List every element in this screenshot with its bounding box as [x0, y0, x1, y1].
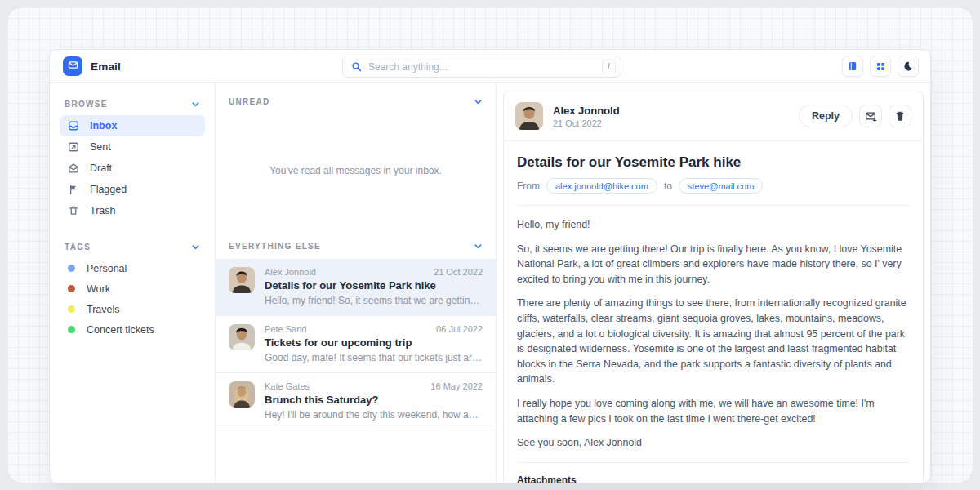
sidebar-item-flagged[interactable]: Flagged — [60, 179, 205, 200]
mail-list-item-yosemite[interactable]: Alex Jonnold 21 Oct 2022 Details for our… — [216, 259, 496, 316]
browse-section-title: BROWSE — [65, 100, 108, 109]
email-detail-header: Alex Jonnold 21 Oct 2022 Reply — [504, 91, 923, 141]
sidebar-item-sent[interactable]: Sent — [60, 136, 205, 158]
envelope-logo-icon — [67, 59, 79, 74]
sidebar-item-label: Inbox — [90, 120, 117, 131]
apps-button[interactable] — [870, 56, 891, 77]
avatar — [515, 102, 543, 130]
addressbook-button[interactable] — [842, 56, 863, 77]
tag-label: Travels — [87, 304, 120, 315]
search-input[interactable] — [368, 61, 602, 73]
chevron-down-icon[interactable] — [474, 242, 483, 251]
unread-empty-message: You've read all messages in your inbox. — [216, 111, 496, 230]
from-label: From — [517, 180, 540, 192]
delete-email-button[interactable] — [889, 105, 911, 127]
app-body: BROWSE Inbox — [50, 83, 930, 483]
mail-item-content: Alex Jonnold 21 Oct 2022 Details for our… — [265, 267, 483, 306]
sidebar-item-trash[interactable]: Trash — [60, 200, 205, 221]
email-detail-body: Details for our Yosemite Park hike From … — [504, 141, 923, 483]
avatar — [229, 324, 255, 350]
search-bar[interactable]: / — [342, 56, 621, 78]
sidebar-item-label: Sent — [90, 141, 111, 153]
email-app-window: Email / — [49, 49, 931, 483]
sidebar-item-label: Draft — [90, 163, 112, 174]
from-email-chip[interactable]: alex.jonnold@hike.com — [546, 178, 657, 194]
envelope-plus-icon — [865, 110, 877, 122]
sent-icon — [68, 141, 79, 153]
tag-item-travels[interactable]: Travels — [60, 299, 205, 319]
reply-button[interactable]: Reply — [799, 105, 853, 127]
flag-icon — [68, 184, 79, 195]
from-to-row: From alex.jonnold@hike.com to steve@mail… — [517, 178, 910, 194]
sender-name: Alex Jonnold — [553, 105, 620, 117]
email-detail-card: Alex Jonnold 21 Oct 2022 Reply — [503, 91, 924, 483]
sidebar-item-label: Flagged — [90, 184, 127, 195]
browse-section-header[interactable]: BROWSE — [60, 91, 205, 115]
email-date: 21 Oct 2022 — [553, 118, 620, 128]
app-logo — [63, 56, 82, 76]
mail-list-column: UNREAD You've read all messages in your … — [216, 83, 497, 483]
mail-item-snippet: Hey! I'll be around the city this weeken… — [265, 409, 483, 421]
trash-icon — [894, 110, 906, 122]
sidebar-item-label: Trash — [90, 205, 116, 216]
email-actions: Reply — [799, 105, 911, 127]
tag-label: Work — [87, 283, 110, 295]
divider — [517, 205, 910, 206]
mail-item-date: 06 Jul 2022 — [436, 324, 483, 334]
unread-section-title: UNREAD — [229, 97, 270, 106]
chevron-down-icon[interactable] — [191, 100, 200, 109]
mail-item-date: 16 May 2022 — [430, 381, 483, 391]
mail-item-sender: Pete Sand — [265, 324, 306, 334]
to-email-chip[interactable]: steve@mail.com — [679, 178, 763, 194]
email-body-paragraph: So, it seems we are getting there! Our t… — [517, 242, 910, 287]
mail-item-subject: Brunch this Saturday? — [265, 394, 483, 406]
mail-list-item-brunch[interactable]: Kate Gates 16 May 2022 Brunch this Satur… — [216, 373, 496, 430]
moon-icon — [902, 60, 914, 72]
app-title: Email — [91, 60, 121, 73]
chevron-down-icon[interactable] — [474, 97, 483, 106]
dark-mode-toggle[interactable] — [898, 56, 919, 77]
sidebar-item-inbox[interactable]: Inbox — [60, 115, 205, 136]
email-subject: Details for our Yosemite Park hike — [517, 154, 910, 171]
tag-item-concert-tickets[interactable]: Concert tickets — [60, 319, 205, 340]
forward-email-button[interactable] — [859, 105, 882, 127]
tags-section-title: TAGS — [65, 243, 91, 252]
tag-item-personal[interactable]: Personal — [60, 258, 205, 278]
email-body-paragraph: There are plenty of amazing things to se… — [517, 296, 910, 387]
mail-item-snippet: Good day, mate! It seems that our ticket… — [265, 352, 483, 363]
everything-else-section-title: EVERYTHING ELSE — [229, 242, 321, 251]
tag-item-work[interactable]: Work — [60, 278, 205, 299]
email-body-paragraph: See you soon, Alex Jonnold — [517, 435, 910, 451]
tags-section-header[interactable]: TAGS — [60, 234, 205, 258]
avatar — [229, 381, 255, 408]
mail-item-snippet: Hello, my friend! So, it seems that we a… — [265, 295, 483, 306]
mail-list-item-tickets[interactable]: Pete Sand 06 Jul 2022 Tickets for our up… — [216, 316, 496, 373]
sidebar-item-draft[interactable]: Draft — [60, 158, 205, 179]
mail-item-sender: Kate Gates — [265, 381, 310, 391]
chevron-down-icon[interactable] — [191, 243, 200, 252]
draft-icon — [68, 163, 79, 174]
tag-color-dot — [68, 285, 75, 292]
sidebar: BROWSE Inbox — [50, 83, 216, 483]
mail-item-subject: Details for our Yosemite Park hike — [265, 279, 483, 292]
trash-icon — [68, 205, 79, 216]
divider — [517, 462, 910, 463]
mail-item-date: 21 Oct 2022 — [434, 267, 483, 277]
reading-pane: Alex Jonnold 21 Oct 2022 Reply — [497, 83, 930, 483]
search-icon — [351, 61, 362, 72]
mail-item-subject: Tickets for our upcoming trip — [265, 336, 483, 349]
unread-section-header[interactable]: UNREAD — [216, 83, 496, 111]
header-actions — [842, 56, 919, 77]
email-body-paragraph: Hello, my friend! — [517, 217, 910, 233]
mail-item-sender: Alex Jonnold — [265, 267, 316, 277]
everything-else-section-header[interactable]: EVERYTHING ELSE — [216, 230, 496, 259]
search-shortcut-badge: / — [602, 60, 616, 74]
sender-identity: Alex Jonnold 21 Oct 2022 — [553, 105, 620, 128]
tag-color-dot — [68, 305, 75, 313]
inbox-icon — [68, 120, 79, 131]
avatar — [229, 267, 255, 293]
tag-label: Personal — [87, 263, 127, 274]
book-icon — [847, 60, 858, 72]
mail-item-content: Kate Gates 16 May 2022 Brunch this Satur… — [265, 381, 483, 421]
to-label: to — [664, 180, 672, 192]
